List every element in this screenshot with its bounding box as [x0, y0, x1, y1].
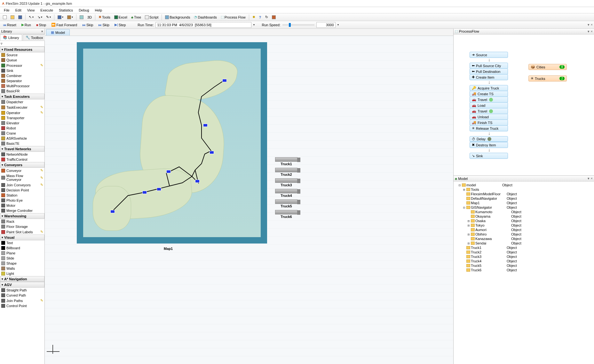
pf-finish-ts[interactable]: 🚚Finish TS — [470, 120, 508, 126]
pf-travel[interactable]: 🚗Travel — [470, 108, 508, 114]
lib-item-multiprocessor[interactable]: MultiProcessor — [0, 83, 44, 89]
pf-close[interactable]: × — [591, 29, 593, 34]
pf-load[interactable]: 🚗Load — [470, 102, 508, 108]
tab-toolbox[interactable]: 🔧Toolbox — [23, 34, 46, 41]
tree-node-map1[interactable]: Map1Object — [455, 201, 593, 205]
lib-section-conveyors[interactable]: ▾Conveyors — [0, 162, 44, 168]
lib-item-dispatcher[interactable]: Dispatcher — [0, 99, 44, 105]
lib-item-join-paths[interactable]: Join Paths✎ — [0, 298, 44, 303]
tree-node-sendai[interactable]: ⊞SendaiObject — [455, 241, 593, 245]
lib-section-agv[interactable]: ▾AGV — [0, 282, 44, 288]
lib-item-mass-flow-conveyor[interactable]: Mass Flow Conveyor✎ — [0, 173, 44, 182]
lib-item-taskexecuter[interactable]: TaskExecuter✎ — [0, 105, 44, 110]
lib-item-decision-point[interactable]: Decision Point — [0, 188, 44, 193]
lib-item-operator[interactable]: Operator✎ — [0, 110, 44, 115]
help-button[interactable]: ? — [257, 14, 263, 20]
menu-statistics[interactable]: Statistics — [56, 8, 75, 13]
city-node[interactable] — [210, 151, 214, 154]
lib-section-task-executers[interactable]: ▾Task Executers — [0, 94, 44, 99]
runbar-menu[interactable]: ▾ — [588, 23, 590, 27]
lib-item-queue[interactable]: Queue — [0, 58, 44, 63]
edit-icon[interactable]: ✎ — [40, 111, 43, 115]
lib-section-travel-networks[interactable]: ▾Travel Networks — [0, 146, 44, 152]
library-filter-button[interactable]: ▿ — [1, 42, 3, 45]
city-node[interactable] — [157, 188, 161, 191]
map-object[interactable] — [77, 42, 267, 244]
tree-node-truck5[interactable]: Truck5Object — [455, 263, 593, 268]
tree-node-gisnavigator[interactable]: ⊟GISNavigatorObject — [455, 205, 593, 210]
script-button[interactable]: Script — [143, 14, 160, 20]
city-node[interactable] — [142, 191, 147, 194]
pf-pull-source-city[interactable]: ⬅Pull Source City — [470, 63, 508, 69]
tree-node-tools[interactable]: ⊞Tools — [455, 187, 593, 192]
expander-icon[interactable]: ⊟ — [463, 205, 466, 210]
processflow-canvas[interactable]: ➜Source↓⬅Pull Source City⬅Pull Destinati… — [454, 35, 594, 175]
tree-node-truck1[interactable]: Truck1Object — [455, 245, 593, 250]
edit-icon[interactable]: ✎ — [40, 183, 43, 187]
lib-item-transporter[interactable]: Transporter — [0, 115, 44, 120]
lib-item-plane[interactable]: Plane — [0, 251, 44, 256]
lib-item-billboard[interactable]: Billboard — [0, 245, 44, 251]
pf-delay[interactable]: ⏱Delay — [470, 136, 508, 142]
lib-item-slide[interactable]: Slide — [0, 256, 44, 261]
tree-node-aumori[interactable]: AumoriObject — [455, 228, 593, 232]
tree-node-osaka[interactable]: ⊞OsakaObject — [455, 219, 593, 223]
lib-item-photo-eye[interactable]: Photo Eye — [0, 198, 44, 203]
pf-travel[interactable]: 🚗Travel — [470, 97, 508, 103]
menu-execute[interactable]: Execute — [38, 8, 56, 13]
lib-item-control-point[interactable]: Control Point — [0, 303, 44, 308]
lib-item-networknode[interactable]: NetworkNode — [0, 152, 44, 157]
runtime-dropdown[interactable]: ▾ — [253, 23, 255, 26]
expander-icon[interactable]: ⊞ — [467, 219, 470, 223]
lib-item-floor-storage[interactable]: Floor Storage — [0, 224, 44, 229]
lib-item-shape[interactable]: Shape — [0, 261, 44, 266]
runtime-input[interactable] — [155, 22, 251, 28]
3d-view[interactable]: Map1 Truck1Truck2Truck3Truck4Truck5Truck… — [45, 36, 453, 364]
lib-item-motor[interactable]: Motor — [0, 203, 44, 208]
excel-button[interactable]: Excel — [113, 14, 129, 20]
city-node[interactable] — [166, 170, 171, 173]
truck-5[interactable]: Truck5 — [275, 199, 297, 208]
menu-view[interactable]: View — [25, 8, 37, 13]
pf-unload[interactable]: 🚗Unload — [470, 114, 508, 120]
lib-item-light[interactable]: Light — [0, 271, 44, 276]
library-close-icon[interactable]: × — [41, 29, 43, 33]
tree-node-truck4[interactable]: Truck4Object — [455, 259, 593, 263]
lib-item-station[interactable]: Station — [0, 193, 44, 198]
pf-acquire-truck[interactable]: 🔑Acquire Truck — [470, 85, 508, 91]
expander-icon[interactable]: ⊞ — [467, 241, 470, 245]
pf-sink[interactable]: ↘Sink — [470, 153, 508, 159]
tree-node-obihiro[interactable]: ⊞ObihiroObject — [455, 232, 593, 236]
lib-item-rack[interactable]: Rack — [0, 219, 44, 224]
tree-node-flexsimmodelfloor[interactable]: FlexsimModelFloorObject — [455, 192, 593, 196]
tree-menu[interactable]: ▾ — [588, 176, 590, 181]
edit-icon[interactable]: ✎ — [40, 298, 43, 303]
lib-item-elevator[interactable]: Elevator — [0, 120, 44, 126]
lib-item-basicfr[interactable]: BasicFR — [0, 89, 44, 94]
truck-4[interactable]: Truck4 — [275, 189, 297, 197]
dashboards-button[interactable]: ◔ Dashboards — [192, 14, 218, 20]
truck-3[interactable]: Truck3 — [275, 178, 297, 187]
lib-item-curved-path[interactable]: Curved Path — [0, 293, 44, 298]
pf-cities[interactable]: 📦Cities8 — [528, 64, 567, 70]
runspeed-slider[interactable] — [282, 24, 314, 26]
lib-item-separator[interactable]: Separator — [0, 78, 44, 83]
reset-button[interactable]: ⏮ Reset — [1, 22, 18, 28]
pf-create-ts[interactable]: 🚚Create TS — [470, 91, 508, 97]
skip-button-2[interactable]: ⏭ Skip — [97, 22, 111, 28]
pf-pull-destination[interactable]: ⬅Pull Destination — [470, 68, 508, 74]
lib-item-trafficcontrol[interactable]: TrafficControl — [0, 157, 44, 162]
edit-icon[interactable]: ✎ — [40, 230, 43, 234]
open-file-button[interactable] — [9, 14, 16, 20]
lib-item-basicte[interactable]: BasicTE — [0, 141, 44, 146]
lib-section-a-navigation[interactable]: ▾A* Navigation — [0, 276, 44, 282]
runspeed-dropdown[interactable]: ▾ — [337, 23, 339, 26]
lib-item-sink[interactable]: Sink — [0, 68, 44, 73]
lib-section-warehousing[interactable]: ▾Warehousing — [0, 213, 44, 219]
lib-item-join-conveyors[interactable]: Join Conveyors✎ — [0, 182, 44, 188]
processflow-button[interactable]: ⬚ Process Flow — [219, 14, 247, 20]
city-node[interactable] — [222, 79, 227, 82]
expander-icon[interactable]: ⊞ — [463, 188, 466, 192]
tree-button[interactable]: ♣ Tree — [130, 14, 143, 20]
tab-library[interactable]: 📚Library — [0, 34, 22, 41]
